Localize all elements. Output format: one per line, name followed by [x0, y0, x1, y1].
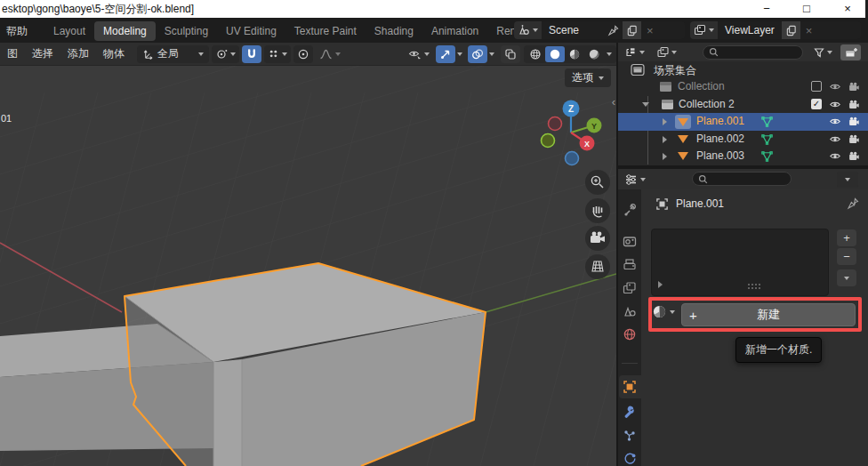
material-specials-dropdown[interactable]	[837, 269, 856, 286]
remove-viewlayer-icon[interactable]: ×	[800, 21, 818, 39]
collection-name[interactable]: 场景集合	[654, 63, 696, 78]
outliner-row-plane-001[interactable]: Plane.001	[618, 113, 868, 130]
proportional-falloff-dropdown[interactable]	[316, 45, 344, 63]
menu-select[interactable]: 选择	[25, 46, 60, 61]
tab-world[interactable]	[623, 327, 637, 341]
options-dropdown[interactable]: 选项	[565, 68, 611, 87]
collapse-expanded-icon[interactable]	[642, 102, 649, 107]
pin-icon[interactable]	[847, 197, 859, 210]
add-material-slot-button[interactable]: +	[837, 229, 856, 246]
preview-expand-icon[interactable]	[658, 281, 663, 288]
axis-negy-ball[interactable]	[542, 134, 555, 148]
visibility-eye-icon[interactable]	[829, 99, 841, 110]
material-preview-button[interactable]	[565, 46, 584, 62]
outliner-display-mode-dropdown[interactable]	[654, 44, 679, 60]
mesh-data-icon[interactable]	[760, 149, 774, 163]
tab-particles[interactable]	[623, 429, 637, 443]
tab-modeling[interactable]: Modeling	[94, 21, 156, 41]
menu-help[interactable]: 帮助	[6, 24, 28, 39]
new-scene-icon[interactable]	[623, 21, 641, 39]
close-button[interactable]: ×	[832, 0, 863, 18]
material-slot-list[interactable]	[651, 229, 829, 296]
render-visibility-icon[interactable]	[848, 116, 860, 127]
tab-uv-editing[interactable]: UV Editing	[217, 21, 285, 41]
snap-with-dropdown[interactable]	[264, 45, 291, 63]
browse-material-dropdown[interactable]	[652, 304, 675, 319]
outliner-filter-dropdown[interactable]	[810, 44, 835, 60]
tab-output[interactable]	[623, 258, 637, 272]
tab-render[interactable]	[623, 234, 637, 248]
tab-object[interactable]	[623, 380, 637, 394]
render-visibility-icon[interactable]	[848, 133, 860, 145]
render-visibility-icon[interactable]	[848, 99, 860, 110]
new-collection-button[interactable]	[840, 44, 861, 60]
outliner-search-input[interactable]	[722, 46, 793, 59]
viewport-3d[interactable]: Z Y X	[0, 66, 616, 466]
tab-layout[interactable]: Layout	[44, 21, 94, 41]
mesh-data-icon[interactable]	[760, 115, 774, 128]
scene-icon[interactable]	[514, 21, 542, 39]
properties-editor-type-dropdown[interactable]	[622, 172, 648, 188]
visibility-eye-icon[interactable]	[829, 133, 841, 145]
outliner-row-scene-collection[interactable]: 场景集合	[618, 61, 868, 78]
wireframe-shading-button[interactable]	[526, 46, 545, 62]
tab-shading[interactable]: Shading	[366, 21, 422, 41]
menu-object[interactable]: 物体	[96, 46, 132, 61]
new-viewlayer-icon[interactable]	[782, 21, 800, 39]
tab-view-layer[interactable]	[623, 281, 637, 295]
rendered-shading-button[interactable]	[584, 46, 604, 62]
viewlayer-name[interactable]: ViewLayer	[718, 21, 782, 39]
properties-search-input[interactable]	[711, 173, 783, 185]
menu-view[interactable]: 图	[0, 46, 25, 61]
mesh-data-icon[interactable]	[760, 133, 774, 146]
zoom-button[interactable]	[585, 170, 610, 195]
outliner-row-plane-002[interactable]: Plane.002	[618, 131, 868, 148]
gizmos-dropdown-icon[interactable]	[457, 52, 462, 56]
properties-options-dropdown[interactable]	[837, 172, 858, 188]
tab-tool[interactable]	[623, 203, 637, 217]
visibility-eye-icon[interactable]	[829, 81, 841, 92]
transform-orientation-dropdown[interactable]: 全局	[137, 45, 209, 63]
pan-button[interactable]	[585, 198, 610, 223]
remove-material-slot-button[interactable]: −	[837, 248, 856, 265]
render-visibility-icon[interactable]	[848, 81, 860, 92]
expand-icon[interactable]	[663, 136, 667, 143]
breadcrumb-object-name[interactable]: Plane.001	[676, 197, 724, 210]
exclude-checkbox[interactable]: ✓	[811, 99, 822, 109]
render-visibility-icon[interactable]	[848, 150, 860, 162]
shading-dropdown-icon[interactable]	[607, 52, 612, 56]
unlink-scene-icon[interactable]: ×	[641, 21, 659, 39]
outliner-editor-type-dropdown[interactable]	[622, 44, 647, 60]
show-gizmo-dropdown[interactable]	[405, 45, 433, 63]
tab-sculpting[interactable]: Sculpting	[156, 21, 217, 41]
pivot-point-dropdown[interactable]	[212, 45, 239, 63]
overlays-toggle[interactable]	[468, 45, 487, 63]
new-material-button[interactable]: + 新建	[681, 303, 856, 326]
minimize-button[interactable]: −	[751, 0, 782, 18]
exclude-checkbox[interactable]	[811, 81, 822, 92]
solid-shading-button[interactable]	[545, 46, 565, 62]
tab-scene[interactable]	[623, 304, 637, 318]
tab-animation[interactable]: Animation	[422, 21, 487, 41]
object-name[interactable]: Plane.003	[696, 149, 744, 162]
collapse-panel-icon[interactable]: ‹	[612, 98, 615, 107]
pin-icon[interactable]	[604, 21, 623, 39]
menu-add[interactable]: 添加	[60, 46, 96, 61]
tab-texture-paint[interactable]: Texture Paint	[285, 21, 366, 41]
tab-physics[interactable]	[623, 452, 637, 466]
proportional-editing-toggle[interactable]	[293, 45, 313, 63]
outliner-row-collection-2[interactable]: Collection 2 ✓	[618, 96, 868, 113]
scene-name[interactable]: Scene	[542, 21, 604, 39]
properties-search[interactable]	[692, 172, 792, 186]
outliner-row-plane-003[interactable]: Plane.003	[618, 148, 868, 165]
collection-name[interactable]: Collection	[678, 80, 725, 92]
axis-negx-ball[interactable]	[549, 117, 562, 131]
collection-name[interactable]: Collection 2	[679, 98, 735, 110]
gizmos-toggle[interactable]	[436, 45, 455, 63]
tab-modifiers[interactable]	[623, 405, 637, 419]
visibility-eye-icon[interactable]	[829, 150, 841, 162]
outliner-search[interactable]	[703, 45, 803, 60]
axis-negz-ball[interactable]	[566, 152, 579, 165]
snap-toggle[interactable]	[242, 45, 261, 63]
overlays-dropdown-icon[interactable]	[489, 52, 494, 56]
